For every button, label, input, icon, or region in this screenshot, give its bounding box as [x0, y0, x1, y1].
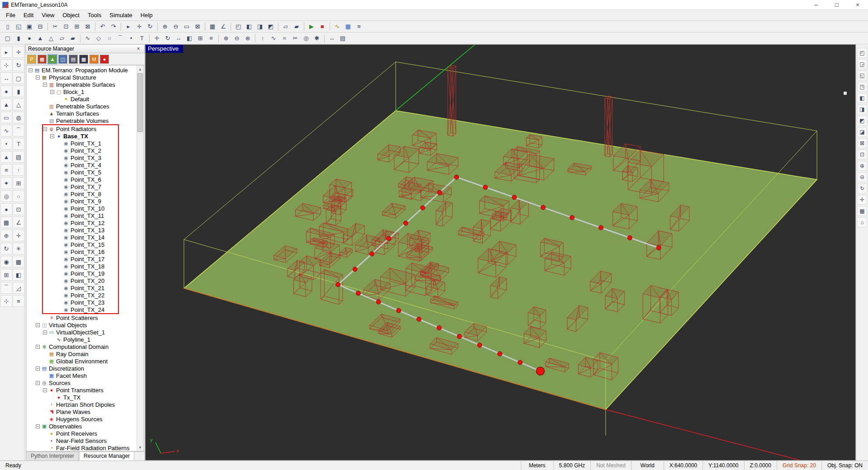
wall-tool-button[interactable]: ▤: [13, 151, 24, 163]
tree-node-point-tx-6[interactable]: ◉Point_TX_6: [43, 176, 118, 183]
tree-node-hertzian-short-dipoles[interactable]: ↑Hertzian Short Dipoles: [27, 401, 136, 408]
menu-object[interactable]: Object: [58, 10, 84, 20]
tree-node-facet-mesh[interactable]: ▦Facet Mesh: [27, 372, 136, 379]
antenna-tool-button[interactable]: ↑: [13, 164, 24, 176]
orbit-button[interactable]: ↻: [145, 22, 155, 32]
trim-button[interactable]: ✂: [290, 33, 300, 43]
zoom-in-button[interactable]: ⊕: [857, 161, 867, 171]
tree-node-point-tx-24[interactable]: ◉Point_TX_24: [43, 306, 118, 313]
zoom-out-button[interactable]: ⊖: [857, 172, 867, 182]
viewport-canvas[interactable]: yx: [146, 45, 855, 460]
expander-icon[interactable]: −: [36, 381, 40, 385]
expander-icon[interactable]: −: [50, 90, 54, 94]
sweep-button[interactable]: ∿: [269, 33, 278, 43]
zoom-out-button[interactable]: ⊖: [171, 22, 181, 32]
node-edit-tool-button[interactable]: ✛: [13, 46, 24, 58]
zoom-window-button[interactable]: ▭: [182, 22, 192, 32]
paste-button[interactable]: ⊞: [72, 22, 82, 32]
module-em-ferma-icon[interactable]: ●: [100, 55, 109, 64]
frequency-settings-button[interactable]: ∿: [332, 22, 342, 32]
scale-tool-button[interactable]: ↔: [0, 72, 12, 84]
mesh-view-button[interactable]: ▦: [343, 22, 353, 32]
tree-node-computational-domain[interactable]: −⊕Computational Domain: [27, 343, 136, 350]
draw-box-button[interactable]: ▢: [3, 33, 13, 43]
scale-button[interactable]: ↔: [174, 33, 184, 43]
module-em-illumina-icon[interactable]: ◫: [58, 55, 67, 64]
menu-tools[interactable]: Tools: [84, 10, 105, 20]
draw-point-button[interactable]: •: [126, 33, 136, 43]
tree-node-point-tx-12[interactable]: ◉Point_TX_12: [43, 219, 118, 226]
save-button[interactable]: ▣: [24, 22, 34, 32]
menu-file[interactable]: File: [2, 10, 19, 20]
tree-scrollbar[interactable]: ▲ ▼: [137, 66, 143, 451]
tree-node-virtualobjectset-1[interactable]: −▭VirtualObjectSet_1: [27, 329, 136, 336]
settings-tool-button[interactable]: ≡: [13, 295, 24, 307]
tree-node-tx-tx[interactable]: ●Tx_TX: [27, 394, 136, 401]
tree-node-point-tx-16[interactable]: ◉Point_TX_16: [43, 248, 118, 255]
pan-view-button[interactable]: ✛: [857, 195, 867, 205]
draw-arc-button[interactable]: ⌒: [115, 33, 125, 43]
point-tool-button[interactable]: •: [0, 138, 12, 150]
tree-node-point-tx-4[interactable]: ◉Point_TX_4: [43, 161, 118, 169]
rotate-button[interactable]: ↻: [163, 33, 173, 43]
tree-node-huygens-sources[interactable]: ◈Huygens Sources: [27, 415, 136, 423]
minimize-button[interactable]: –: [806, 0, 826, 9]
draw-polygon-button[interactable]: ◇: [94, 33, 104, 43]
viewport[interactable]: Perspective yx: [145, 44, 856, 461]
tree-node-base-tx[interactable]: −●Base_TX: [43, 132, 118, 140]
grid-button[interactable]: ▦: [208, 22, 217, 32]
zoom-window-button[interactable]: ⊡: [857, 150, 867, 160]
draw-text-button[interactable]: T: [137, 33, 147, 43]
measure-tool-button[interactable]: ∠: [13, 216, 24, 228]
run-simulation-button[interactable]: ▶: [307, 22, 316, 32]
draw-pyramid-button[interactable]: △: [46, 33, 56, 43]
tree-node-point-receivers[interactable]: ●Point Receivers: [27, 430, 136, 437]
redo-button[interactable]: ↷: [108, 22, 118, 32]
expander-icon[interactable]: −: [43, 388, 47, 392]
tree-node-terrain-surfaces[interactable]: ▲Terrain Surfaces: [27, 110, 136, 117]
tree-node-point-tx-17[interactable]: ◉Point_TX_17: [43, 255, 118, 263]
light-tool-button[interactable]: ✳: [13, 243, 24, 254]
module-em-python-icon[interactable]: P: [27, 55, 36, 64]
rotate-view-button[interactable]: ↻: [857, 183, 867, 193]
menu-view[interactable]: View: [38, 10, 58, 20]
disc-tool-button[interactable]: ◍: [13, 112, 24, 123]
tree-node-point-tx-10[interactable]: ◉Point_TX_10: [43, 205, 118, 212]
tree-node-block-1[interactable]: −▢Block_1: [27, 88, 136, 95]
close-button[interactable]: ×: [847, 0, 868, 9]
draw-plane-button[interactable]: ▱: [57, 33, 67, 43]
tree-node-near-field-sensors[interactable]: ▪Near-Field Sensors: [27, 437, 136, 444]
open-button[interactable]: ◱: [14, 22, 24, 32]
box-tool-button[interactable]: ▢: [13, 72, 24, 84]
properties-button[interactable]: ▤: [338, 33, 348, 43]
tree-node-penetrable-volumes[interactable]: ▧Penetrable Volumes: [27, 117, 136, 124]
tree-node-point-tx-18[interactable]: ◉Point_TX_18: [43, 263, 118, 270]
tree-node-point-tx-22[interactable]: ◉Point_TX_22: [43, 291, 118, 299]
zoom-tool-button[interactable]: ⊕: [0, 230, 12, 241]
expander-icon[interactable]: −: [36, 345, 40, 349]
menu-help[interactable]: Help: [137, 10, 157, 20]
undo-button[interactable]: ↶: [98, 22, 108, 32]
array-button[interactable]: ⊞: [195, 33, 205, 43]
pyramid-tool-button[interactable]: △: [13, 99, 24, 110]
expander-icon[interactable]: −: [43, 127, 47, 131]
tree-node-sources[interactable]: −◎Sources: [27, 379, 136, 386]
mesh-tool-button[interactable]: ▦: [0, 216, 12, 228]
group-tool-button[interactable]: ⊞: [0, 269, 12, 281]
tree-node-point-tx-7[interactable]: ◉Point_TX_7: [43, 183, 118, 190]
tree-node-point-tx-14[interactable]: ◉Point_TX_14: [43, 234, 118, 241]
tree-node-point-radiators[interactable]: −ψPoint Radiators: [43, 125, 118, 132]
view-front-button[interactable]: ◧: [244, 22, 254, 32]
print-button[interactable]: ⊟: [35, 22, 45, 32]
orbit-tool-button[interactable]: ↻: [0, 243, 12, 254]
expander-icon[interactable]: −: [50, 134, 54, 138]
view-bottom-button[interactable]: ◲: [857, 59, 867, 69]
draw-polyline-button[interactable]: ∿: [83, 33, 93, 43]
draw-cone-button[interactable]: ▲: [35, 33, 45, 43]
delete-button[interactable]: ⊠: [83, 22, 93, 32]
expander-icon[interactable]: −: [36, 323, 40, 327]
tree-node-penetrable-surfaces[interactable]: ▥Penetrable Surfaces: [27, 103, 136, 110]
expander-icon[interactable]: −: [28, 68, 33, 72]
view-iso-sw-button[interactable]: ◪: [857, 127, 867, 137]
tree-node-point-tx-19[interactable]: ◉Point_TX_19: [43, 270, 118, 277]
